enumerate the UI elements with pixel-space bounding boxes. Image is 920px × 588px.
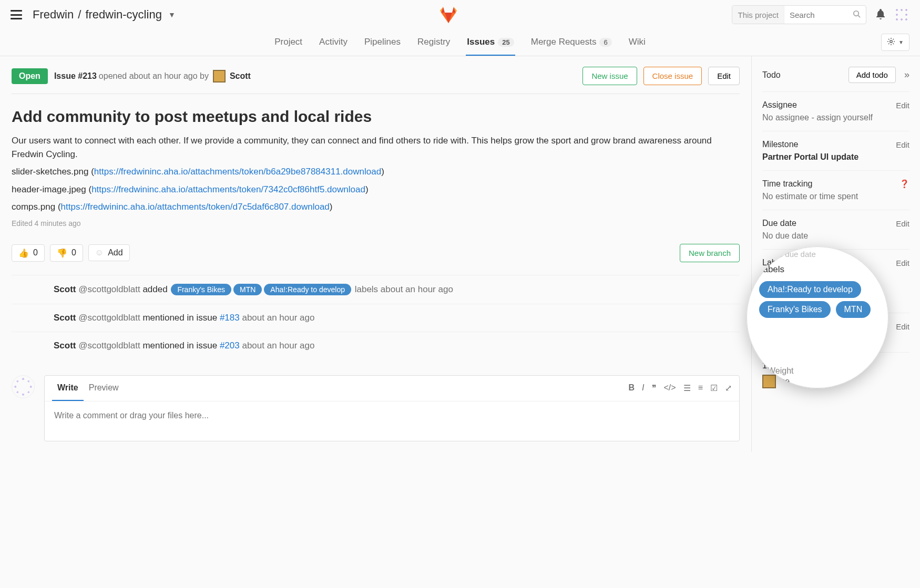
comment-textarea[interactable] <box>45 401 739 439</box>
quote-icon[interactable]: ❞ <box>652 383 657 393</box>
thumbs-down-icon: 👎 <box>57 248 67 258</box>
issue-link[interactable]: #183 <box>220 313 240 323</box>
add-reaction-button[interactable]: ☺ Add <box>88 244 130 261</box>
attachment-link[interactable]: https://fredwininc.aha.io/attachments/to… <box>61 202 330 212</box>
due-edit[interactable]: Edit <box>896 219 909 228</box>
svg-point-6 <box>854 11 858 16</box>
menu-toggle[interactable] <box>11 10 22 19</box>
user-handle[interactable]: @scottgoldblatt <box>78 313 142 323</box>
search-box[interactable]: This project <box>732 5 866 24</box>
sidebar-todo-label: Todo <box>762 70 781 80</box>
sidebar-milestone-label: Milestone <box>762 140 798 149</box>
label-pill[interactable]: Aha!:Ready to develop <box>759 281 861 298</box>
nav-tab-activity[interactable]: Activity <box>318 29 349 56</box>
current-user-avatar <box>12 375 35 398</box>
attachment-line: comps.png (https://fredwininc.aha.io/att… <box>12 200 740 214</box>
due-value: No due date <box>762 231 909 241</box>
assignee-edit[interactable]: Edit <box>896 101 909 110</box>
bold-icon[interactable]: B <box>629 383 635 393</box>
bell-icon[interactable] <box>876 9 885 21</box>
nav-tab-wiki[interactable]: Wiki <box>628 29 647 56</box>
caret-down-icon: ▼ <box>898 39 904 45</box>
nav-tab-registry[interactable]: Registry <box>416 29 451 56</box>
svg-point-8 <box>890 40 892 43</box>
settings-button[interactable]: ▼ <box>881 34 909 51</box>
count-badge: 25 <box>498 38 514 47</box>
thumbs-up-icon: 👍 <box>18 248 29 258</box>
sidebar-due-label: Due date <box>762 219 796 228</box>
label-pill[interactable]: Franky's Bikes <box>759 301 831 318</box>
activity-item: Scott @scottgoldblatt mentioned in issue… <box>12 304 740 332</box>
count-badge: 6 <box>599 38 611 47</box>
status-badge: Open <box>12 68 48 84</box>
comment-box: Write Preview B I ❞ </> ☰ ≡ ☑ ⤢ <box>44 375 740 441</box>
attachment-link[interactable]: https://fredwininc.aha.io/attachments/to… <box>94 167 381 177</box>
issue-meta: Issue #213 opened about an hour ago by S… <box>54 70 251 82</box>
preview-tab[interactable]: Preview <box>84 376 124 401</box>
issue-body: Our users want to connect with each othe… <box>12 134 740 229</box>
user-avatar[interactable] <box>894 7 909 23</box>
zoom-highlight: No due date Labels Aha!:Ready to develop… <box>747 246 888 388</box>
participant-avatar[interactable] <box>762 375 776 388</box>
smile-icon: ☺ <box>95 248 104 257</box>
weight-edit[interactable]: Edit <box>896 322 909 331</box>
gitlab-logo-icon[interactable] <box>439 5 458 24</box>
assignee-value[interactable]: No assignee - assign yourself <box>762 113 909 122</box>
time-value: No estimate or time spent <box>762 192 909 201</box>
ul-icon[interactable]: ☰ <box>683 383 691 393</box>
breadcrumb-project[interactable]: fredwin-cycling <box>85 8 162 22</box>
sidebar-time-label: Time tracking <box>762 179 812 189</box>
milestone-value[interactable]: Partner Portal UI update <box>762 152 909 162</box>
label-pill[interactable]: Franky's Bikes <box>171 284 231 295</box>
issue-title: Add community to post meetups and local … <box>12 108 740 126</box>
chevron-down-icon[interactable]: ▼ <box>168 11 176 19</box>
search-icon[interactable] <box>847 10 866 19</box>
nav-tab-merge-requests[interactable]: Merge Requests6 <box>530 29 613 56</box>
attachment-line: header-image.jpeg (https://fredwininc.ah… <box>12 183 740 197</box>
svg-line-7 <box>858 15 860 17</box>
nav-tab-pipelines[interactable]: Pipelines <box>363 29 402 56</box>
sidebar-assignee-label: Assignee <box>762 100 797 110</box>
activity-item: Scott @scottgoldblatt added Franky's Bik… <box>12 275 740 304</box>
ol-icon[interactable]: ≡ <box>698 383 703 393</box>
user-handle[interactable]: @scottgoldblatt <box>78 341 142 350</box>
add-todo-button[interactable]: Add todo <box>849 67 896 83</box>
attachment-link[interactable]: https://fredwininc.aha.io/attachments/to… <box>91 184 365 194</box>
breadcrumb[interactable]: Fredwin / fredwin-cycling ▼ <box>33 8 176 22</box>
edited-indicator: Edited 4 minutes ago <box>12 218 740 229</box>
label-pill[interactable]: Aha!:Ready to develop <box>264 284 351 295</box>
thumbs-down-button[interactable]: 👎 0 <box>50 244 83 262</box>
attachment-line: slider-sketches.png (https://fredwininc.… <box>12 165 740 179</box>
nav-tab-issues[interactable]: Issues25 <box>466 29 515 56</box>
edit-issue-button[interactable]: Edit <box>708 67 740 85</box>
new-issue-button[interactable]: New issue <box>582 67 637 85</box>
nav-tab-project[interactable]: Project <box>273 29 303 56</box>
italic-icon[interactable]: I <box>642 383 644 393</box>
issue-link[interactable]: #203 <box>220 341 240 350</box>
labels-edit[interactable]: Edit <box>896 259 909 267</box>
label-pill[interactable]: MTN <box>233 284 262 295</box>
fullscreen-icon[interactable]: ⤢ <box>725 383 732 393</box>
search-scope[interactable]: This project <box>732 6 784 24</box>
author-name[interactable]: Scott <box>230 71 251 81</box>
help-icon[interactable]: ❓ <box>899 179 909 189</box>
label-pill[interactable]: MTN <box>836 301 871 318</box>
milestone-edit[interactable]: Edit <box>896 140 909 149</box>
breadcrumb-owner[interactable]: Fredwin <box>33 8 74 22</box>
gear-icon <box>887 37 895 47</box>
author-avatar[interactable] <box>213 70 226 82</box>
write-tab[interactable]: Write <box>52 376 84 401</box>
new-branch-button[interactable]: New branch <box>680 244 740 262</box>
thumbs-up-button[interactable]: 👍 0 <box>12 244 45 262</box>
task-icon[interactable]: ☑ <box>710 383 718 393</box>
code-icon[interactable]: </> <box>664 383 676 393</box>
close-issue-button[interactable]: Close issue <box>643 67 702 85</box>
activity-item: Scott @scottgoldblatt mentioned in issue… <box>12 332 740 359</box>
user-handle[interactable]: @scottgoldblatt <box>78 284 142 294</box>
collapse-sidebar-icon[interactable]: » <box>904 69 909 80</box>
search-input[interactable] <box>784 11 847 19</box>
